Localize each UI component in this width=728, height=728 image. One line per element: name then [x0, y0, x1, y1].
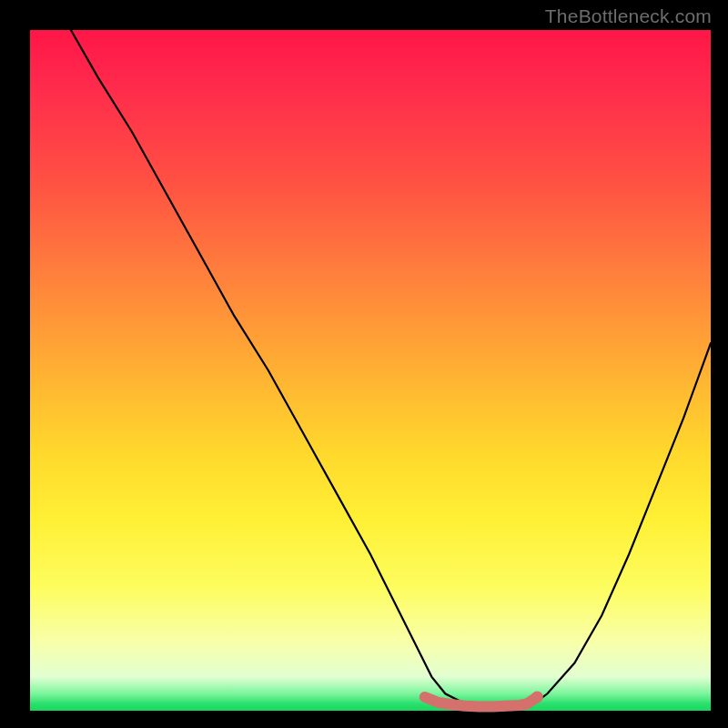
- watermark-text: TheBottleneck.com: [545, 5, 712, 27]
- bottleneck-curve: [71, 30, 711, 707]
- chart-overlay: [30, 30, 711, 711]
- plot-area: [30, 30, 711, 711]
- sweet-spot-end-dot: [531, 692, 543, 703]
- chart-frame: TheBottleneck.com: [0, 0, 728, 728]
- sweet-spot-band: [425, 697, 538, 707]
